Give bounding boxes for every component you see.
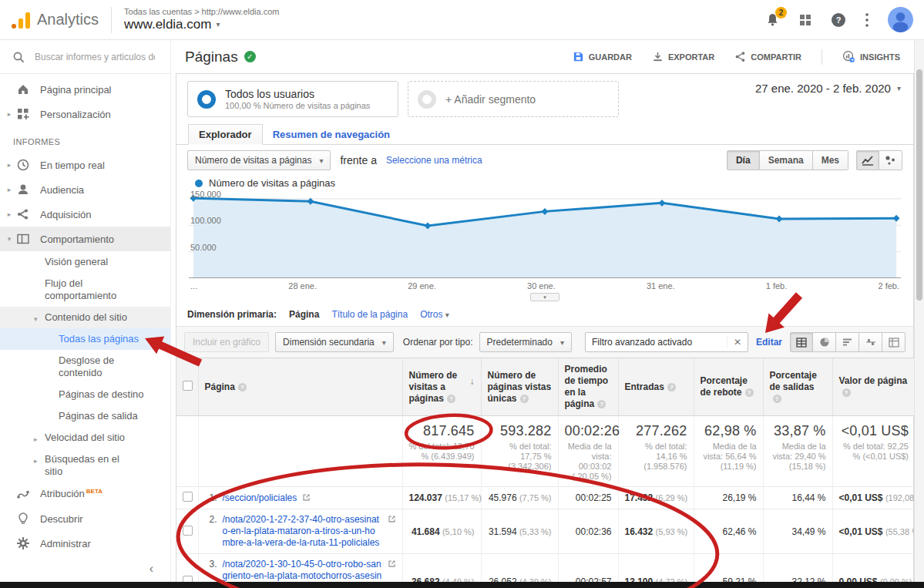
sidebar-item-landing-pages[interactable]: Páginas de destino (0, 384, 170, 405)
dimension-page-title[interactable]: Título de la página (331, 309, 408, 320)
page-link[interactable]: /nota/2020-1-27-2-37-40-otro-asesinato-e… (223, 514, 382, 549)
page-link[interactable]: /seccion/policiales (223, 492, 297, 504)
sort-type-dropdown[interactable]: Predeterminado ▾ (479, 332, 572, 352)
row-select-cell[interactable] (176, 509, 198, 554)
sidebar-item-behavior[interactable]: ▾ Comportamiento (0, 227, 170, 251)
avatar[interactable] (888, 7, 913, 32)
apps-grid-button[interactable] (798, 13, 812, 27)
sidebar-item-behavior-flow[interactable]: Flujo del comportamiento (0, 273, 170, 307)
segment-all-users[interactable]: Todos los usuarios 100,00 % Número de vi… (187, 81, 398, 117)
metric-dropdown[interactable]: Número de visitas a páginas ▾ (187, 150, 331, 170)
expand-icon[interactable]: ▸ (34, 455, 38, 467)
plot-rows-button[interactable]: Incluir en gráfico (184, 332, 269, 352)
motion-chart-button[interactable] (879, 150, 902, 170)
help-icon[interactable]: ? (447, 395, 455, 403)
save-button[interactable]: GUARDAR (573, 51, 632, 62)
expand-icon[interactable]: ▸ (5, 186, 13, 193)
sidebar-item-audience[interactable]: ▸ Audiencia (0, 177, 170, 202)
day-button[interactable]: Día (727, 150, 760, 170)
sidebar-item-home[interactable]: Página principal (0, 77, 170, 102)
help-icon[interactable]: ? (667, 383, 676, 391)
add-segment-button[interactable]: + Añadir segmento (408, 81, 619, 117)
comparison-view-button[interactable] (859, 332, 882, 352)
sidebar-item-site-content[interactable]: ▾ Contenido del sitio (0, 307, 170, 328)
date-range-picker[interactable]: 27 ene. 2020 - 2 feb. 2020 ▾ (755, 82, 901, 95)
help-icon[interactable]: ? (238, 383, 247, 391)
help-button[interactable]: ? (831, 12, 846, 28)
expand-icon[interactable]: ▸ (5, 161, 13, 169)
percentage-view-button[interactable] (813, 332, 836, 352)
line-chart-button[interactable] (856, 150, 879, 170)
chart-expand-handle[interactable]: ▾ (530, 293, 559, 301)
row-checkbox[interactable] (183, 526, 193, 536)
search-input[interactable] (33, 51, 156, 63)
sidebar-item-site-speed[interactable]: ▸ Velocidad del sitio (0, 427, 170, 449)
sidebar-nav: Página principal ▸ Personalización INFOR… (0, 74, 170, 547)
row-checkbox[interactable] (183, 492, 193, 502)
help-icon[interactable]: ? (745, 388, 754, 397)
month-button[interactable]: Mes (813, 150, 848, 170)
segments-row: Todos los usuarios 100,00 % Número de vi… (176, 74, 913, 117)
notifications-button[interactable]: 2 (765, 12, 780, 27)
x-tick-label: 28 ene. (288, 281, 317, 291)
select-all-checkbox[interactable] (183, 381, 193, 391)
expand-icon[interactable]: ▸ (5, 110, 13, 118)
row-select-cell[interactable] (176, 487, 198, 509)
sidebar-item-exit-pages[interactable]: Páginas de salida (0, 405, 170, 427)
column-header-unique-pageviews[interactable]: Número de páginas vistas únicas? (481, 358, 558, 416)
column-header-entrances[interactable]: Entradas? (618, 358, 694, 416)
pivot-view-button[interactable] (882, 332, 906, 352)
vertical-scrollbar[interactable] (914, 40, 924, 582)
sidebar-item-admin[interactable]: Administrar (0, 531, 170, 556)
expand-icon[interactable]: ▸ (34, 433, 38, 445)
sidebar-item-acquisition[interactable]: ▸ Adquisición (0, 202, 170, 227)
more-menu-button[interactable] (865, 12, 869, 28)
help-icon[interactable]: ? (520, 395, 529, 403)
collapse-icon[interactable]: ▾ (5, 235, 13, 243)
open-in-new-icon[interactable] (388, 515, 396, 523)
remove-filter-icon[interactable]: ✕ (727, 337, 741, 348)
scrollbar-thumb[interactable] (916, 69, 922, 301)
sidebar-item-personalization[interactable]: ▸ Personalización (0, 102, 170, 126)
sidebar-item-discover[interactable]: Descubrir (0, 506, 170, 531)
select-metric-link[interactable]: Seleccione una métrica (386, 155, 482, 166)
expand-icon[interactable]: ▸ (5, 210, 13, 218)
column-header-page-value[interactable]: Valor de página? (832, 358, 915, 416)
account-picker[interactable]: Todas las cuentas > http://www.eldia.com… (124, 7, 279, 32)
sidebar-item-site-search[interactable]: ▸ Búsquedas en el sitio (0, 449, 170, 482)
help-icon[interactable]: ? (773, 395, 781, 403)
column-header-exit-rate[interactable]: Porcentaje de salidas? (763, 358, 832, 416)
open-in-new-icon[interactable] (388, 559, 396, 568)
dimension-others[interactable]: Otros ▾ (420, 309, 449, 320)
collapse-icon[interactable]: ▾ (34, 313, 38, 325)
help-icon[interactable]: ? (597, 400, 606, 408)
insights-button[interactable]: INSIGHTS (842, 50, 900, 63)
analytics-logo[interactable]: Analytics (11, 11, 99, 29)
summary-pageviews: 817.645 (423, 423, 474, 438)
sidebar-collapse-button[interactable]: ‹ (0, 556, 170, 582)
tab-navigation-summary[interactable]: Resumen de navegación (263, 124, 400, 144)
sidebar-item-overview[interactable]: Visión general (0, 251, 170, 273)
tab-explorer[interactable]: Explorador (188, 124, 263, 145)
column-header-avg-time[interactable]: Promedio de tiempo en la página? (558, 358, 618, 416)
help-icon[interactable]: ? (842, 388, 851, 397)
edit-filter-link[interactable]: Editar (756, 337, 782, 348)
advanced-filter-chip[interactable]: Filtro avanzado activado ✕ (585, 332, 748, 352)
open-in-new-icon[interactable] (302, 493, 311, 502)
sidebar-item-attribution[interactable]: AtribuciónBETA (0, 482, 170, 506)
sidebar-item-realtime[interactable]: ▸ En tiempo real (0, 153, 170, 177)
secondary-dimension-dropdown[interactable]: Dimensión secundaria ▾ (275, 332, 394, 352)
column-header-bounce-rate[interactable]: Porcentaje de rebote? (694, 358, 763, 416)
export-button[interactable]: EXPORTAR (652, 51, 714, 62)
sidebar-item-all-pages[interactable]: Todas las páginas (0, 328, 170, 350)
sidebar-search[interactable] (0, 40, 170, 74)
select-all-header[interactable] (176, 358, 198, 416)
sidebar-item-content-drilldown[interactable]: Desglose de contenido (0, 350, 170, 384)
share-button[interactable]: COMPARTIR (734, 51, 801, 62)
performance-view-button[interactable] (836, 332, 859, 352)
column-header-page[interactable]: Página? (198, 358, 402, 416)
data-view-button[interactable] (790, 332, 813, 352)
column-header-pageviews[interactable]: ↓Número de visitas a páginas? (402, 358, 481, 416)
dimension-page[interactable]: Página (289, 309, 319, 320)
week-button[interactable]: Semana (760, 150, 813, 170)
